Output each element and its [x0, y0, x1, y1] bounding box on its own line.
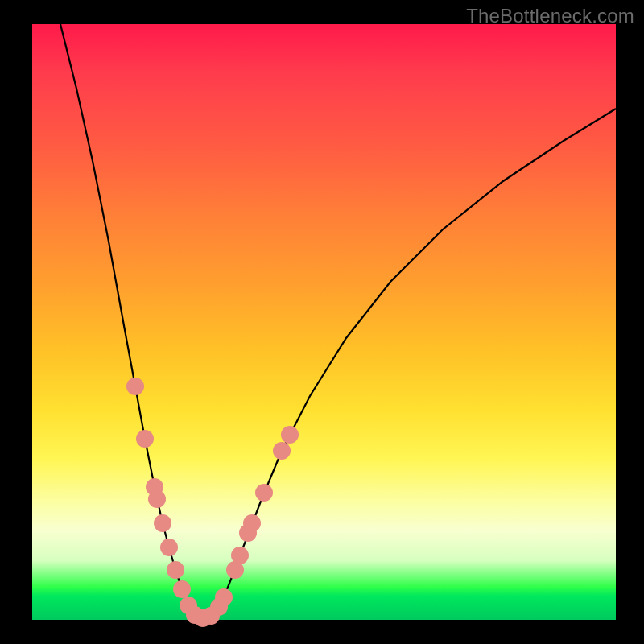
marker-dot — [281, 426, 299, 444]
v-curve — [60, 24, 616, 618]
marker-dot — [243, 514, 261, 532]
curve-svg — [32, 24, 616, 620]
marker-dot — [273, 442, 291, 460]
marker-dot — [215, 588, 233, 606]
marker-dot — [136, 430, 154, 448]
marker-dot — [231, 547, 249, 564]
outer-frame: TheBottleneck.com — [0, 0, 644, 644]
marker-dot — [148, 490, 166, 508]
marker-dot — [160, 539, 178, 556]
marker-dots — [126, 378, 299, 627]
plot-area — [32, 24, 616, 620]
marker-dot — [255, 484, 273, 502]
marker-dot — [167, 561, 184, 579]
marker-dot — [154, 514, 171, 532]
marker-dot — [126, 378, 144, 395]
marker-dot — [173, 580, 191, 598]
watermark-text: TheBottleneck.com — [466, 5, 634, 27]
curve-group — [60, 24, 616, 618]
